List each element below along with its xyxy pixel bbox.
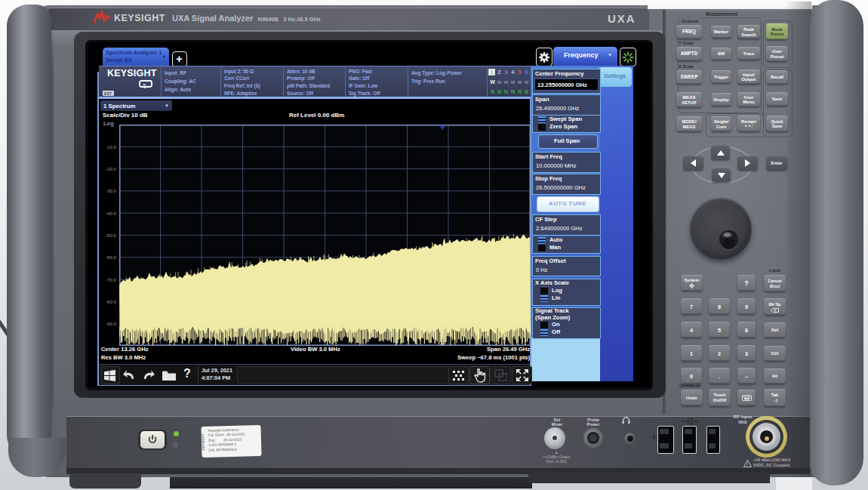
svg-text:!: ! — [746, 462, 748, 467]
